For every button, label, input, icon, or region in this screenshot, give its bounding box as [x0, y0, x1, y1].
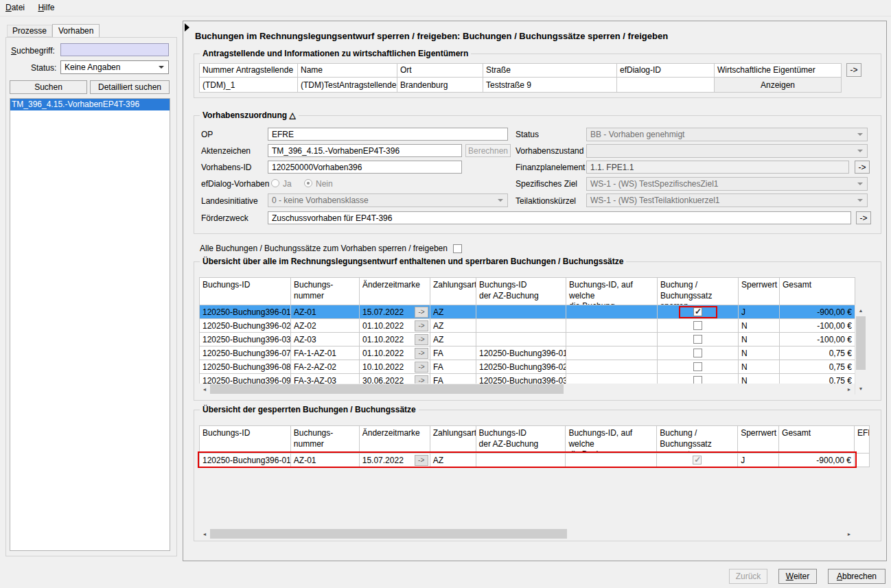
anzeigen-button[interactable]: Anzeigen	[715, 78, 842, 93]
table-row[interactable]: 120250-Buchung396-02 AZ-02 01.10.2022-> …	[200, 319, 855, 333]
teilaktionskuerzel-value: WS-1 - (WS) TestTeilaktionkuerzel1	[590, 196, 720, 205]
col-header-zahlungsart[interactable]: Zahlungsart	[430, 426, 476, 454]
zeitmarke-arrow-button[interactable]: ->	[415, 375, 428, 384]
horizontal-scrollbar[interactable]: ◄ ►	[199, 384, 855, 395]
cell-az-buchung	[476, 454, 566, 467]
col-header-efre[interactable]: EFR	[855, 426, 870, 454]
nein-radio[interactable]	[304, 179, 312, 187]
sperren-checkbox[interactable]	[693, 349, 702, 357]
col-header-efdialog-id: efDialog-ID	[617, 64, 715, 78]
col-header-aenderzeitmarke[interactable]: Änderzeitmarke	[360, 426, 430, 454]
horizontal-scrollbar-thumb[interactable]	[210, 529, 567, 539]
col-header-gesamt[interactable]: Gesamt	[780, 278, 855, 305]
spezifisches-ziel-select[interactable]: WS-1 - (WS) TestSpezifischesZiel1	[586, 177, 868, 191]
scroll-left-icon[interactable]: ◄	[199, 528, 210, 539]
table-row[interactable]: 120250-Buchung396-09 FA-3-AZ-03 30.06.20…	[200, 374, 855, 384]
suchbegriff-input[interactable]	[60, 43, 169, 56]
zeitmarke-arrow-button[interactable]: ->	[415, 334, 428, 345]
zeitmarke-value: 01.10.2022	[362, 335, 404, 344]
suchen-button-label: Suchen	[34, 82, 62, 92]
cell-az-buchung: 120250-Buchung396-02	[476, 360, 566, 374]
ja-radio[interactable]	[271, 179, 279, 187]
table-row[interactable]: 120250-Buchung396-07 FA-1-AZ-01 01.10.20…	[200, 346, 855, 360]
menu-hilfe[interactable]: Hilfe	[32, 0, 60, 15]
col-header-aenderzeitmarke[interactable]: Änderzeitmarke	[360, 278, 430, 305]
weiter-button[interactable]: Weiter	[778, 569, 817, 584]
status-vorhaben-select[interactable]: BB - Vorhaben genehmigt	[586, 128, 868, 141]
teilaktionskuerzel-select[interactable]: WS-1 - (WS) TestTeilaktionkuerzel1	[586, 193, 868, 207]
app-window: Datei Hilfe ProzesseVorhaben Suchbegriff…	[0, 0, 891, 588]
sperren-checkbox[interactable]	[693, 321, 702, 330]
col-header-gesperrt[interactable]: Buchung / Buchungssatz gesperrt	[657, 426, 738, 454]
list-item[interactable]: TM_396_4.15.-VorhabenEP4T-396	[10, 99, 170, 110]
col-header-nummer: Nummer Antragstellende	[200, 64, 298, 78]
finanzplanelement-arrow-button[interactable]: ->	[855, 161, 870, 174]
sperren-checkbox[interactable]	[693, 362, 702, 371]
horizontal-scrollbar[interactable]: ◄ ►	[199, 528, 855, 539]
scroll-left-icon[interactable]: ◄	[199, 384, 210, 395]
col-header-buchungsnummer[interactable]: Buchungs- nummer	[291, 278, 360, 305]
zeitmarke-arrow-button[interactable]: ->	[415, 455, 428, 466]
alle-sperren-label: Alle Buchungen / Buchungssätze zum Vorha…	[200, 244, 448, 253]
antrag-arrow-button[interactable]: ->	[846, 63, 861, 77]
collapse-panel-icon[interactable]	[185, 23, 189, 32]
tab-vorhaben[interactable]: Vorhaben	[52, 24, 100, 37]
vorhabens-id-input[interactable]: 120250000Vorhaben396	[268, 161, 462, 174]
status-filter-select[interactable]: Keine Angaben	[60, 60, 169, 74]
col-header-sperrwert[interactable]: Sperrwert	[738, 426, 779, 454]
foerderzweck-input[interactable]: Zuschussvorhaben für EP4T-396	[268, 211, 851, 224]
sperren-checkbox[interactable]	[693, 307, 702, 316]
foerderzweck-arrow-button[interactable]: ->	[856, 211, 871, 224]
vertical-scrollbar[interactable]: ▲ ▼	[855, 305, 866, 395]
table-row[interactable]: 120250-Buchung396-08 FA-2-AZ-02 10.10.20…	[200, 360, 855, 374]
col-header-referenziert[interactable]: Buchungs-ID, auf welche die Buchung refe…	[566, 426, 657, 454]
cell-az-buchung	[476, 333, 566, 346]
cell-sperrwert: N	[739, 333, 780, 346]
scroll-up-icon[interactable]: ▲	[855, 305, 866, 316]
zurueck-button[interactable]: Zurück	[729, 569, 767, 584]
finanzplanelement-input[interactable]: 1.1. FPE1.1	[586, 161, 849, 174]
landesinitiative-select[interactable]: 0 - keine Vorhabensklasse	[268, 193, 508, 207]
horizontal-scrollbar-thumb[interactable]	[210, 384, 564, 394]
tab-prozesse[interactable]: Prozesse	[7, 25, 52, 37]
col-header-referenziert[interactable]: Buchungs-ID, auf welche die Buchung refe…	[566, 278, 658, 305]
op-input[interactable]: EFRE	[268, 128, 508, 141]
col-header-az-buchung[interactable]: Buchungs-ID der AZ-Buchung	[476, 426, 566, 454]
col-header-buchungs-id[interactable]: Buchungs-ID	[200, 278, 291, 305]
cell-sperren	[658, 319, 739, 333]
cell-zahlungsart: FA	[430, 360, 476, 374]
vorhabenszustand-select[interactable]	[586, 144, 868, 158]
scroll-down-icon[interactable]: ▼	[855, 383, 866, 395]
berechnen-button[interactable]: Berechnen	[465, 144, 511, 157]
aktenzeichen-input[interactable]: TM_396_4.15.-VorhabenEP4T-396	[268, 144, 462, 157]
table-row[interactable]: 120250-Buchung396-01 AZ-01 15.07.2022-> …	[200, 454, 870, 467]
zeitmarke-arrow-button[interactable]: ->	[415, 362, 428, 373]
antrag-header-row: Nummer Antragstellende Name Ort Straße e…	[200, 64, 842, 78]
col-header-gesamt[interactable]: Gesamt	[779, 426, 855, 454]
col-header-sperrwert[interactable]: Sperrwert	[739, 278, 780, 305]
suchbegriff-label: Suchbegriff:	[11, 46, 55, 56]
sperren-checkbox[interactable]	[693, 376, 702, 384]
vorhaben-list[interactable]: TM_396_4.15.-VorhabenEP4T-396	[10, 98, 170, 551]
abbrechen-button[interactable]: Abbrechen	[828, 569, 886, 584]
zeitmarke-arrow-button[interactable]: ->	[415, 320, 428, 331]
scroll-right-icon[interactable]: ►	[844, 384, 855, 395]
alle-sperren-checkbox[interactable]	[453, 244, 462, 253]
menu-datei[interactable]: Datei	[0, 0, 30, 15]
foerderzweck-value: Zuschussvorhaben für EP4T-396	[272, 213, 392, 223]
scroll-right-icon[interactable]: ►	[844, 528, 855, 539]
table-header-row: Buchungs-ID Buchungs- nummer Änderzeitma…	[200, 426, 870, 454]
col-header-sperren[interactable]: Buchung / Buchungssatz sperren	[658, 278, 739, 305]
col-header-buchungsnummer[interactable]: Buchungs- nummer	[291, 426, 360, 454]
sperren-checkbox[interactable]	[693, 335, 702, 344]
col-header-zahlungsart[interactable]: Zahlungsart	[430, 278, 476, 305]
col-header-az-buchung[interactable]: Buchungs-ID der AZ-Buchung	[476, 278, 566, 305]
zeitmarke-arrow-button[interactable]: ->	[415, 307, 428, 318]
detailliert-suchen-button[interactable]: Detailliert suchen	[90, 80, 170, 94]
zeitmarke-arrow-button[interactable]: ->	[415, 348, 428, 359]
vertical-scrollbar-thumb[interactable]	[856, 316, 866, 370]
col-header-buchungs-id[interactable]: Buchungs-ID	[200, 426, 291, 454]
table-row[interactable]: 120250-Buchung396-03 AZ-03 01.10.2022-> …	[200, 333, 855, 346]
suchen-button[interactable]: Suchen	[10, 80, 87, 94]
table-row[interactable]: 120250-Buchung396-01 AZ-01 15.07.2022-> …	[200, 305, 855, 319]
